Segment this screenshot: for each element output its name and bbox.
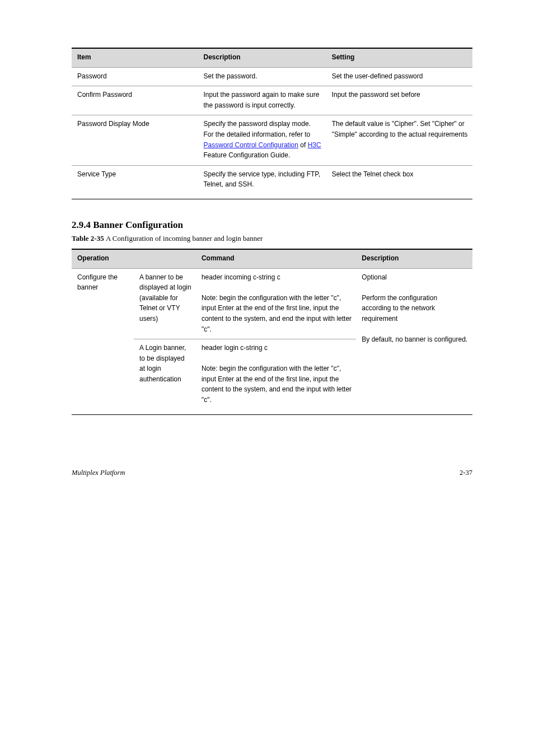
table-row: Password Display Mode Specify the passwo… (72, 115, 472, 165)
cell-item: Confirm Password (72, 86, 198, 115)
col-header-description: Description (356, 249, 472, 268)
cell-desc: Specify the service type, including FTP,… (198, 165, 326, 199)
table-caption: Table 2-35 A Configuration of incoming b… (72, 234, 472, 243)
cell-sub-operation: A banner to be displayed at login (avail… (134, 268, 196, 339)
item-description-table: Item Description Setting Password Set th… (72, 48, 472, 199)
table-caption-text: A Configuration of incoming banner and l… (106, 234, 263, 242)
section-heading: 2.9.4 Banner Configuration (72, 220, 472, 231)
table-row: Confirm Password Input the password agai… (72, 86, 472, 115)
table-caption-label: Table 2-35 (72, 234, 106, 242)
cell-command: header login c-string c Note: begin the … (196, 339, 356, 415)
col-header-operation: Operation (72, 249, 196, 268)
cell-description: Optional Perform the configuration accor… (356, 268, 472, 414)
cell-desc: Set the password. (198, 67, 326, 86)
link-h3c[interactable]: H3C (308, 141, 321, 149)
footer-title: Multiplex Platform (72, 469, 125, 477)
footer-page-number: 2-37 (460, 469, 472, 477)
cell-item: Password Display Mode (72, 115, 198, 165)
link-password-control[interactable]: Password Control Configuration (204, 141, 298, 149)
cell-setting: Set the user-defined password (326, 67, 472, 86)
cell-operation: Configure the banner (72, 268, 134, 414)
operation-command-table: Operation Command Description Configure … (72, 249, 472, 415)
table-row: Service Type Specify the service type, i… (72, 165, 472, 199)
col-header-description: Description (198, 48, 326, 67)
cell-sub-operation: A Login banner, to be displayed at login… (134, 339, 196, 415)
page-footer: Multiplex Platform 2-37 (72, 469, 472, 477)
cell-desc: Input the password again to make sure th… (198, 86, 326, 115)
col-header-command: Command (196, 249, 356, 268)
cell-command: header incoming c-string c Note: begin t… (196, 268, 356, 339)
cell-desc: Specify the password display mode. For t… (198, 115, 326, 165)
table-row: Configure the banner A banner to be disp… (72, 268, 472, 339)
cell-setting: Select the Telnet check box (326, 165, 472, 199)
col-header-item: Item (72, 48, 198, 67)
cell-item: Service Type (72, 165, 198, 199)
cell-item: Password (72, 67, 198, 86)
table-row: Password Set the password. Set the user-… (72, 67, 472, 86)
col-header-setting: Setting (326, 48, 472, 67)
cell-setting: Input the password set before (326, 86, 472, 115)
cell-setting: The default value is "Cipher". Set "Ciph… (326, 115, 472, 165)
